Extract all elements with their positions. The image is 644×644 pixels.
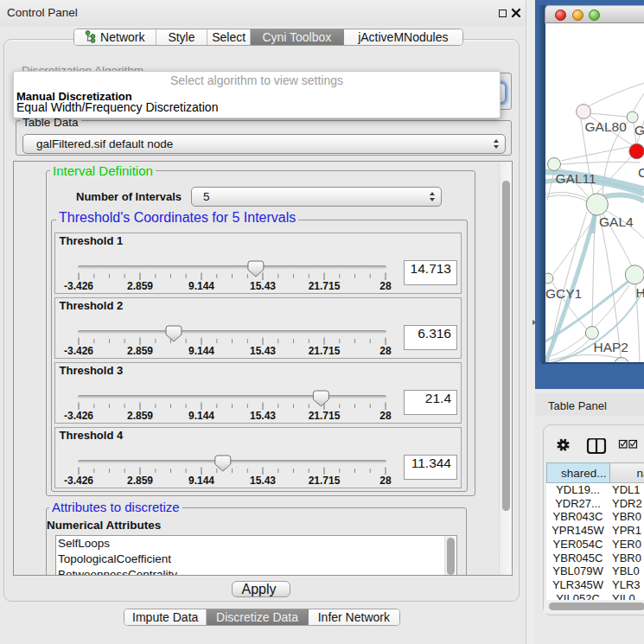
- svg-text:GAL80: GAL80: [585, 119, 628, 134]
- svg-text:9.144: 9.144: [188, 410, 214, 422]
- svg-text:GAL11: GAL11: [556, 171, 596, 186]
- svg-text:2.859: 2.859: [127, 280, 153, 292]
- svg-text:28: 28: [379, 345, 392, 357]
- svg-text:15.43: 15.43: [250, 280, 276, 292]
- svg-text:-3.426: -3.426: [64, 475, 93, 487]
- svg-text:28: 28: [379, 475, 392, 487]
- svg-text:28: 28: [379, 280, 392, 292]
- svg-text:HAP2: HAP2: [594, 340, 629, 354]
- svg-text:15.43: 15.43: [250, 410, 276, 422]
- svg-text:21.715: 21.715: [309, 280, 341, 292]
- svg-text:-3.426: -3.426: [64, 345, 93, 357]
- svg-text:GA: GA: [634, 123, 644, 137]
- svg-text:9.144: 9.144: [188, 345, 214, 357]
- svg-text:C: C: [638, 165, 644, 180]
- svg-text:-3.426: -3.426: [64, 410, 93, 422]
- svg-text:-3.426: -3.426: [64, 280, 93, 292]
- svg-text:9.144: 9.144: [188, 280, 214, 292]
- svg-text:9.144: 9.144: [188, 475, 214, 487]
- svg-text:2.859: 2.859: [127, 345, 153, 357]
- svg-text:2.859: 2.859: [127, 410, 153, 422]
- svg-text:21.715: 21.715: [309, 345, 341, 357]
- svg-text:2.859: 2.859: [127, 475, 153, 487]
- svg-text:15.43: 15.43: [250, 345, 276, 357]
- svg-text:GCY1: GCY1: [545, 286, 582, 301]
- svg-text:28: 28: [379, 410, 392, 422]
- svg-text:21.715: 21.715: [309, 475, 341, 487]
- svg-text:15.43: 15.43: [250, 475, 276, 487]
- svg-text:GAL4: GAL4: [599, 214, 634, 229]
- svg-text:21.715: 21.715: [309, 410, 341, 422]
- svg-text:HA: HA: [636, 285, 644, 300]
